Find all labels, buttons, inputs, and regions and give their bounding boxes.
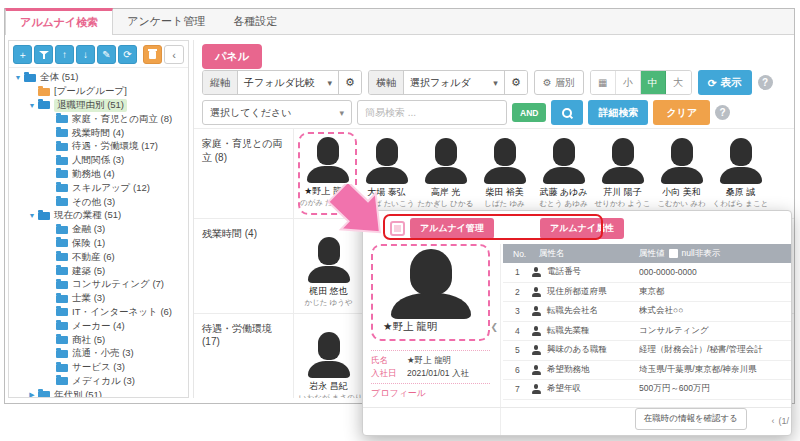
- tree-item-relationships[interactable]: 人間関係 (3): [13, 154, 186, 168]
- collapse-panel-icon[interactable]: ❮: [490, 322, 498, 332]
- tree-item-work-environment[interactable]: 待遇・労働環境 (17): [13, 140, 186, 154]
- tree-item-current-industry[interactable]: ▼現在の業種 (51): [13, 209, 186, 223]
- tab-alumni-search[interactable]: アルムナイ検索: [5, 8, 113, 35]
- horizontal-axis-settings-button[interactable]: ⚙: [504, 71, 527, 94]
- person-kana: せりかわ ようこ: [593, 199, 652, 209]
- size-large-button[interactable]: 大: [666, 71, 691, 94]
- tree-expand-icon[interactable]: ▼: [13, 74, 23, 81]
- person-kana: のがみ たつあき: [300, 198, 355, 208]
- grid-view-button[interactable]: ▦: [591, 71, 616, 94]
- tree-expand-icon[interactable]: ▼: [27, 102, 37, 109]
- tree-item-label: [プールグループ]: [54, 85, 127, 98]
- profile-link[interactable]: プロフィール: [371, 387, 490, 400]
- person-mini-icon: [532, 267, 541, 277]
- tree-item-label: IT・インターネット (6): [72, 306, 172, 319]
- tab-survey-management[interactable]: アンケート管理: [113, 8, 219, 34]
- person-name: 岩永 昌紀: [299, 380, 358, 393]
- display-button[interactable]: ⟳表示: [698, 70, 752, 95]
- check-employment-info-button[interactable]: 在職時の情報を確認する: [635, 408, 747, 430]
- table-row[interactable]: 2 現住所都道府県 東京都: [503, 283, 791, 303]
- table-row[interactable]: 4 転職先業種 コンサルティング: [503, 322, 791, 342]
- folder-icon: [56, 226, 68, 234]
- alumni-checkbox[interactable]: [390, 221, 405, 236]
- tree-item-pool-group[interactable]: [プールグループ]: [13, 85, 186, 99]
- layer-button[interactable]: ⚙層別: [534, 70, 584, 95]
- folder-icon: [56, 281, 68, 289]
- tree-item-all[interactable]: ▼全体 (51): [13, 71, 186, 85]
- person-card[interactable]: 梶田 悠也 かじた ゆうや: [299, 225, 358, 308]
- folder-icon: [56, 253, 68, 261]
- tree-item-manufacturer[interactable]: メーカー (4): [13, 319, 186, 333]
- chevron-down-icon: ▾: [339, 108, 344, 118]
- table-row[interactable]: 1 電話番号 000-0000-0000: [503, 263, 791, 283]
- move-up-button[interactable]: ↑: [55, 45, 74, 64]
- person-card-selected[interactable]: ★野上 龍明 のがみ たつあき: [298, 132, 357, 215]
- edit-folder-button[interactable]: ✎: [97, 45, 116, 64]
- null-hide-checkbox[interactable]: [669, 249, 678, 258]
- tree-item-age-group[interactable]: ▶年代別 (51): [13, 388, 186, 398]
- help-icon[interactable]: ?: [715, 105, 730, 120]
- tree-item-retirement-reason[interactable]: ▼退職理由別 (51): [13, 99, 186, 113]
- table-row[interactable]: 7 希望年収 500万円～600万円: [503, 380, 791, 400]
- search-button[interactable]: [551, 100, 583, 125]
- size-medium-button[interactable]: 中: [641, 71, 666, 94]
- tree-item-consulting[interactable]: コンサルティング (7): [13, 278, 186, 292]
- tree-expand-icon[interactable]: ▼: [27, 212, 37, 219]
- table-row[interactable]: 5 興味のある職種 経理（財務会計）/秘書/管理会計: [503, 341, 791, 361]
- page-prev-icon[interactable]: ‹: [771, 416, 774, 426]
- person-card[interactable]: 桑原 誠 くわばら まこと: [711, 135, 770, 209]
- person-card[interactable]: 大場 泰弘 おおば たいこう: [357, 135, 416, 209]
- and-toggle-button[interactable]: AND: [512, 103, 546, 122]
- advanced-search-button[interactable]: 詳細検索: [588, 100, 648, 125]
- collapse-sidebar-button[interactable]: ‹: [164, 45, 184, 64]
- clear-button[interactable]: クリア: [653, 100, 710, 125]
- person-card[interactable]: 武藤 あゆみ むとう あゆみ: [534, 135, 593, 209]
- tree-item-realestate[interactable]: 不動産 (6): [13, 250, 186, 264]
- attribute-value: 埼玉県/千葉県/東京都/神奈川県: [639, 364, 791, 376]
- person-card[interactable]: 高岸 光 たかぎし ひかる: [416, 135, 475, 209]
- person-card[interactable]: 小向 美和 こむかい みわ: [652, 135, 711, 209]
- attribute-value: コンサルティング: [639, 325, 791, 337]
- tree-item-retail[interactable]: 流通・小売 (3): [13, 347, 186, 361]
- tree-item-finance[interactable]: 金融 (3): [13, 223, 186, 237]
- tree-item-trading[interactable]: 商社 (5): [13, 333, 186, 347]
- tree-item-service[interactable]: サービス (3): [13, 361, 186, 375]
- tree-item-childcare[interactable]: 家庭・育児との両立 (8): [13, 112, 186, 126]
- person-card[interactable]: 芹川 陽子 せりかわ ようこ: [593, 135, 652, 209]
- tree-item-insurance[interactable]: 保険 (1): [13, 237, 186, 251]
- delete-folder-button[interactable]: [143, 45, 162, 64]
- person-card[interactable]: 岩永 昌紀 いわなが まさのり: [299, 320, 358, 398]
- vertical-axis-settings-button[interactable]: ⚙: [338, 71, 361, 94]
- condition-select[interactable]: 選択してください▾: [202, 100, 352, 125]
- tab-settings[interactable]: 各種設定: [219, 8, 291, 34]
- alumni-attribute-button[interactable]: アルムナイ属性: [540, 218, 624, 239]
- alumni-manage-button[interactable]: アルムナイ管理: [410, 218, 494, 239]
- gear-icon: ⚙: [543, 77, 552, 88]
- vertical-axis-select[interactable]: 子フォルダ比較▾: [238, 71, 338, 94]
- tree-item-it-internet[interactable]: IT・インターネット (6): [13, 306, 186, 320]
- tree-collapse-icon[interactable]: ▶: [27, 391, 37, 398]
- size-small-button[interactable]: 小: [616, 71, 641, 94]
- tree-item-medical[interactable]: メディカル (3): [13, 375, 186, 389]
- tree-item-overtime[interactable]: 残業時間 (4): [13, 126, 186, 140]
- attribute-name: 転職先会社名: [547, 305, 639, 317]
- add-folder-button[interactable]: ＋: [13, 45, 32, 64]
- quick-search-input[interactable]: [357, 100, 507, 125]
- refresh-tree-button[interactable]: ⟳: [118, 45, 137, 64]
- tree-item-skill-up[interactable]: スキルアップ (12): [13, 181, 186, 195]
- attribute-name: 転職先業種: [547, 325, 639, 337]
- person-card[interactable]: 柴田 裕美 しばた ゆみ: [475, 135, 534, 209]
- tree-item-location[interactable]: 勤務地 (4): [13, 168, 186, 182]
- tree-item-other[interactable]: その他 (3): [13, 195, 186, 209]
- folder-icon: [56, 143, 68, 151]
- help-icon[interactable]: ?: [758, 75, 773, 90]
- table-row[interactable]: 3 転職先会社名 株式会社○○: [503, 302, 791, 322]
- horizontal-axis-group: 横軸 選択フォルダ▾ ⚙: [368, 70, 528, 95]
- move-down-button[interactable]: ↓: [76, 45, 95, 64]
- panel-button[interactable]: パネル: [202, 44, 262, 69]
- tree-item-professional[interactable]: 士業 (3): [13, 292, 186, 306]
- table-row[interactable]: 6 希望勤務地 埼玉県/千葉県/東京都/神奈川県: [503, 361, 791, 381]
- tree-item-construction[interactable]: 建築 (5): [13, 264, 186, 278]
- filter-button[interactable]: [34, 45, 53, 64]
- horizontal-axis-select[interactable]: 選択フォルダ▾: [404, 71, 504, 94]
